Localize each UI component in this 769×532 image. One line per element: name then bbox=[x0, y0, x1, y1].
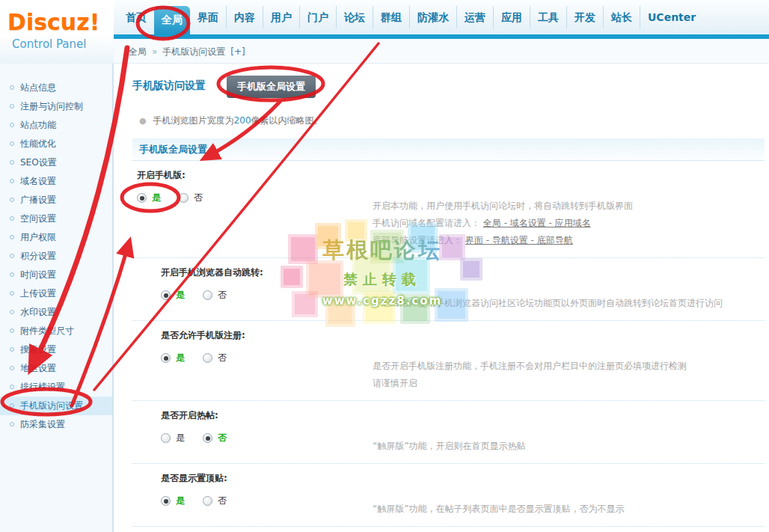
description-text: 手机访问域名配置请进入： bbox=[373, 218, 483, 228]
sidebar-item[interactable]: 性能优化 bbox=[0, 135, 112, 153]
description-text: “触屏版”功能，在帖子列表页面中是否显示置顶贴，否为不显示 bbox=[373, 504, 624, 514]
sidebar-item-label: 搜索设置 bbox=[20, 344, 56, 355]
nav-item[interactable]: 开发 bbox=[566, 6, 603, 28]
note-suffix: 像素以内缩略图。 bbox=[251, 115, 323, 126]
description-line: 开启本功能，用户使用手机访问论坛时，将自动跳转到手机版界面 bbox=[373, 198, 765, 215]
bullet-icon bbox=[10, 85, 14, 90]
radio-icon bbox=[179, 193, 189, 203]
settings-link[interactable]: 界面 - 导航设置 - 底部导航 bbox=[465, 235, 573, 245]
nav-item[interactable]: 应用 bbox=[493, 6, 530, 28]
form-row: 开启手机浏览器自动跳转:是否开启后用户使用手机浏览器访问社区论坛功能页以外页面时… bbox=[132, 258, 765, 321]
sidebar-item-label: 站点功能 bbox=[20, 120, 56, 130]
form-row: 是否允许手机版注册:是否是否开启手机版注册功能，手机注册不会对用户栏目中的注册页… bbox=[132, 321, 765, 401]
setting-description: 是否开启手机版注册功能，手机注册不会对用户栏目中的注册页必填项进行检测请谨慎开启 bbox=[373, 329, 765, 392]
sidebar-menu: 站点信息注册与访问控制站点功能性能优化SEO设置域名设置广播设置空间设置用户权限… bbox=[0, 79, 112, 434]
sidebar-item[interactable]: 排行榜设置 bbox=[0, 378, 112, 397]
sidebar-item-label: SEO设置 bbox=[20, 157, 57, 168]
sidebar-item[interactable]: 上传设置 bbox=[0, 284, 112, 303]
nav-item[interactable]: 运营 bbox=[456, 6, 493, 28]
bullet-icon bbox=[10, 254, 14, 258]
sidebar-item[interactable]: 站点信息 bbox=[0, 79, 112, 97]
description-line: 是否开启手机版注册功能，手机注册不会对用户栏目中的注册页必填项进行检测 bbox=[373, 358, 765, 375]
sidebar-item[interactable]: 防采集设置 bbox=[0, 415, 112, 434]
page: Discuz! Control Panel 首页全局界面内容用户门户论坛群组防灌… bbox=[0, 0, 769, 532]
nav-item[interactable]: 门户 bbox=[299, 6, 336, 28]
nav-item[interactable]: 工具 bbox=[530, 6, 566, 28]
radio-no[interactable]: 否 bbox=[179, 192, 203, 204]
title-row: 手机版访问设置 手机版全局设置 bbox=[132, 76, 769, 98]
bullet-icon bbox=[10, 198, 14, 202]
radio-yes[interactable]: 是 bbox=[161, 495, 185, 507]
nav-item[interactable]: UCenter bbox=[640, 6, 703, 28]
sidebar-item[interactable]: 地区设置 bbox=[0, 359, 112, 378]
radio-icon bbox=[137, 193, 147, 203]
row-left: 开启手机浏览器自动跳转:是否 bbox=[132, 266, 373, 312]
setting-description: “触屏版”功能，开启则在首页显示热贴 bbox=[373, 409, 765, 455]
radio-yes[interactable]: 是 bbox=[161, 432, 185, 444]
nav-item[interactable]: 首页 bbox=[118, 6, 154, 28]
sidebar-item[interactable]: 搜索设置 bbox=[0, 340, 112, 359]
radio-icon bbox=[161, 353, 171, 363]
sidebar-item[interactable]: 积分设置 bbox=[0, 247, 112, 266]
tab-mobile-global-settings[interactable]: 手机版全局设置 bbox=[227, 76, 316, 98]
nav-item[interactable]: 防灌水 bbox=[409, 6, 456, 28]
radio-no[interactable]: 否 bbox=[203, 432, 227, 444]
bullet-icon bbox=[10, 310, 14, 314]
sidebar-item[interactable]: 水印设置 bbox=[0, 303, 112, 322]
sidebar-item-label: 防采集设置 bbox=[20, 419, 65, 429]
nav-item[interactable]: 论坛 bbox=[336, 6, 373, 28]
radio-label: 是 bbox=[152, 192, 161, 204]
breadcrumb-part[interactable]: 手机版访问设置 bbox=[162, 46, 225, 57]
sidebar-item[interactable]: 用户权限 bbox=[0, 228, 112, 247]
sidebar-item[interactable]: SEO设置 bbox=[0, 153, 112, 172]
radio-group: 是否 bbox=[161, 494, 373, 507]
sidebar-item[interactable]: 站点功能 bbox=[0, 116, 112, 135]
sidebar-item[interactable]: 附件类型尺寸 bbox=[0, 322, 112, 340]
setting-label: 是否显示置顶贴: bbox=[161, 472, 373, 485]
radio-yes[interactable]: 是 bbox=[137, 192, 161, 204]
sidebar-item-label: 上传设置 bbox=[20, 288, 56, 299]
nav-item[interactable]: 全局 bbox=[154, 6, 190, 34]
setting-description: 开启后用户使用手机浏览器访问社区论坛功能页以外页面时自动跳转到论坛首页进行访问 bbox=[373, 266, 765, 312]
nav-item[interactable]: 用户 bbox=[263, 6, 299, 28]
settings-form: 开启手机版:是否开启本功能，用户使用手机访问论坛时，将自动跳转到手机版界面手机访… bbox=[132, 161, 769, 532]
sidebar-item[interactable]: 域名设置 bbox=[0, 172, 112, 191]
sidebar: 站点信息注册与访问控制站点功能性能优化SEO设置域名设置广播设置空间设置用户权限… bbox=[0, 64, 114, 532]
nav-item[interactable]: 群组 bbox=[373, 6, 409, 28]
description-text: 是否开启手机版注册功能，手机注册不会对用户栏目中的注册页必填项进行检测 bbox=[373, 361, 687, 371]
radio-icon bbox=[203, 496, 212, 506]
bullet-icon bbox=[10, 291, 14, 296]
row-left: 是否允许手机版注册:是否 bbox=[132, 329, 373, 392]
bullet-icon bbox=[10, 104, 14, 108]
form-row: 开启不显示图片:是否默认显示图片，开启后，“触屏版”不显示帖子图片，“标准版”不… bbox=[132, 527, 765, 532]
radio-no[interactable]: 否 bbox=[203, 352, 227, 364]
breadcrumb-part[interactable]: [+] bbox=[230, 46, 245, 57]
sidebar-item-label: 站点信息 bbox=[20, 82, 56, 93]
radio-yes[interactable]: 是 bbox=[161, 289, 185, 302]
settings-link[interactable]: 全局 - 域名设置 - 应用域名 bbox=[483, 218, 591, 228]
nav-item[interactable]: 站长 bbox=[603, 6, 640, 28]
radio-icon bbox=[161, 290, 171, 300]
row-left: 开启手机版:是否 bbox=[132, 169, 373, 249]
radio-no[interactable]: 否 bbox=[203, 289, 227, 302]
bullet-icon bbox=[10, 179, 14, 183]
description-text: 开启后用户使用手机浏览器访问社区论坛功能页以外页面时自动跳转到论坛首页进行访问 bbox=[373, 298, 723, 308]
main-content: 手机版访问设置 手机版全局设置 ●手机浏览图片宽度为200像素以内缩略图。 手机… bbox=[115, 64, 769, 532]
bullet-icon bbox=[10, 123, 14, 127]
bullet-icon bbox=[10, 422, 14, 426]
sidebar-item[interactable]: 广播设置 bbox=[0, 191, 112, 210]
sidebar-item[interactable]: 注册与访问控制 bbox=[0, 97, 112, 116]
sidebar-item-label: 排行榜设置 bbox=[20, 382, 65, 392]
radio-no[interactable]: 否 bbox=[203, 495, 227, 507]
radio-yes[interactable]: 是 bbox=[161, 352, 185, 364]
sidebar-item[interactable]: 时间设置 bbox=[0, 266, 112, 284]
setting-label: 是否允许手机版注册: bbox=[161, 329, 373, 342]
sidebar-item[interactable]: 空间设置 bbox=[0, 210, 112, 228]
sidebar-item[interactable]: 手机版访问设置 bbox=[0, 397, 112, 415]
note-value: 200 bbox=[234, 115, 251, 126]
form-row: 是否显示置顶贴:是否“触屏版”功能，在帖子列表页面中是否显示置顶贴，否为不显示 bbox=[132, 464, 765, 527]
breadcrumb-part[interactable]: 全局 bbox=[129, 46, 147, 57]
setting-label: 开启手机浏览器自动跳转: bbox=[161, 266, 373, 279]
nav-item[interactable]: 界面 bbox=[190, 6, 226, 28]
nav-item[interactable]: 内容 bbox=[226, 6, 263, 28]
